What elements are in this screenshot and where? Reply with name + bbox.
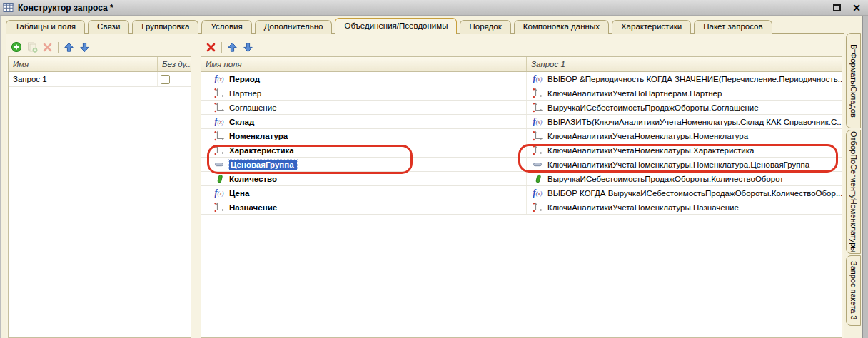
field-expression-text: ВЫБОР &Периодичность КОГДА ЗНАЧЕНИЕ(Пере…: [547, 75, 842, 83]
field-expression-text: КлючиАналитикиУчетаНоменклатуры.Характер…: [547, 146, 754, 155]
fields-toolbar: [205, 40, 254, 54]
queries-toolbar: [10, 40, 91, 54]
field-name-cell[interactable]: Назначение: [201, 200, 527, 214]
field-name-cell[interactable]: f(x) Склад: [201, 115, 527, 128]
side-tab[interactable]: Запрос пакета 3: [846, 255, 861, 326]
field-icon: [532, 88, 543, 98]
window-right-border: [862, 16, 868, 338]
title-bar: Конструктор запроса *: [0, 0, 868, 16]
field-expression-cell[interactable]: КлючиАналитикиУчетаНоменклатуры.Характер…: [527, 143, 842, 157]
field-name-text: Назначение: [229, 203, 277, 212]
field-expression-cell[interactable]: КлючиАналитикиУчетаНоменклатуры.Номенкла…: [527, 158, 842, 171]
field-row[interactable]: Соглашение ВыручкаИСебестоимостьПродажОб…: [201, 101, 842, 115]
add-icon[interactable]: [10, 41, 22, 53]
tab[interactable]: Таблицы и поля: [6, 20, 85, 34]
field-icon: [532, 130, 543, 141]
field-icon: [213, 145, 225, 155]
field-name-cell[interactable]: Характеристика: [201, 143, 527, 157]
field-expression-text: КлючиАналитикиУчетаНоменклатуры.Номенкла…: [547, 160, 809, 169]
side-tab[interactable]: ОтборПоСегментуНоменклатуры: [846, 130, 861, 254]
field-expression-cell[interactable]: КлючиАналитикиУчетаНоменклатуры.Номенкла…: [527, 129, 842, 143]
copy-add-icon[interactable]: [26, 41, 38, 53]
field-row[interactable]: f(x) Период f(x) ВЫБОР &Периодичность КО…: [201, 72, 842, 86]
field-expression-text: ВЫРАЗИТЬ(КлючиАналитикиУчетаНоменклатуры…: [547, 118, 842, 126]
field-expression-text: КлючиАналитикиУчетаПоПартнерам.Партнер: [547, 89, 722, 98]
field-expression-text: ВЫБОР КОГДА ВыручкаИСебестоимостьПродажО…: [547, 189, 842, 198]
no-duplicates-cell: [158, 75, 191, 84]
field-expression-cell[interactable]: f(x) ВЫБОР &Периодичность КОГДА ЗНАЧЕНИЕ…: [527, 72, 842, 86]
field-icon: [532, 202, 543, 212]
tab[interactable]: Группировка: [132, 20, 198, 34]
queries-table-header: Имя Без ду...: [9, 57, 191, 72]
field-expression-cell[interactable]: f(x) ВЫБОР КОГДА ВыручкаИСебестоимостьПр…: [527, 186, 842, 200]
field-name-cell[interactable]: Соглашение: [201, 101, 527, 114]
fields-table: Имя поля Запрос 1 f(x) Период f(x) ВЫБОР…: [201, 56, 842, 338]
separator: [221, 41, 223, 53]
field-name-text: Номенклатура: [229, 132, 288, 140]
field-name-cell[interactable]: Партнер: [201, 86, 527, 100]
move-down-icon[interactable]: [242, 41, 254, 53]
move-up-icon[interactable]: [63, 41, 75, 53]
fields-table-header: Имя поля Запрос 1: [201, 57, 842, 72]
field-row[interactable]: Номенклатура КлючиАналитикиУчетаНоменкла…: [201, 129, 842, 143]
field-name-cell[interactable]: Номенклатура: [201, 129, 527, 143]
field-expression-cell[interactable]: ВыручкаИСебестоимостьПродажОбороты.Согла…: [527, 101, 842, 114]
fx-icon: f(x): [213, 73, 225, 84]
field-name-cell[interactable]: f(x) Цена: [201, 186, 527, 200]
maximize-button[interactable]: [833, 4, 841, 11]
tab[interactable]: Связи: [88, 20, 129, 34]
move-up-icon[interactable]: [226, 41, 238, 53]
tab[interactable]: Дополнительно: [255, 20, 333, 34]
field-icon: [532, 102, 543, 113]
field-name-cell[interactable]: f(x) Период: [201, 72, 527, 86]
column-header-no-duplicates: Без ду...: [158, 57, 191, 71]
tab[interactable]: Порядок: [460, 20, 510, 34]
field-expression-text: ВыручкаИСебестоимостьПродажОбороты.Колич…: [547, 175, 784, 183]
field-expression-cell[interactable]: КлючиАналитикиУчетаНоменклатуры.Назначен…: [527, 200, 842, 214]
field-row[interactable]: Количество ВыручкаИСебестоимостьПродажОб…: [201, 172, 842, 186]
tab[interactable]: Компоновка данных: [514, 20, 609, 34]
fx-icon: f(x): [532, 116, 543, 127]
dash-icon: [213, 159, 225, 170]
fx-icon: f(x): [213, 188, 225, 198]
tab[interactable]: Характеристики: [612, 20, 691, 34]
resource-icon: [213, 173, 225, 184]
field-expression-text: ВыручкаИСебестоимостьПродажОбороты.Согла…: [547, 103, 759, 112]
tab[interactable]: Условия: [201, 20, 251, 34]
field-name-text: Цена: [229, 189, 249, 198]
field-name-text: Количество: [229, 175, 277, 183]
field-expression-cell[interactable]: f(x) ВЫРАЗИТЬ(КлючиАналитикиУчетаНоменкл…: [527, 115, 842, 128]
move-down-icon[interactable]: [79, 41, 91, 53]
field-row[interactable]: Партнер КлючиАналитикиУчетаПоПартнерам.П…: [201, 86, 842, 101]
field-icon: [213, 88, 225, 98]
field-name-text: ЦеноваяГруппа: [229, 160, 297, 170]
field-row[interactable]: f(x) Склад f(x) ВЫРАЗИТЬ(КлючиАналитикиУ…: [201, 115, 842, 129]
field-expression-cell[interactable]: ВыручкаИСебестоимостьПродажОбороты.Колич…: [527, 172, 842, 185]
side-tab[interactable]: ВтФорматыСкладов: [846, 33, 861, 128]
fx-icon: f(x): [213, 116, 225, 127]
field-name-text: Характеристика: [229, 146, 294, 155]
no-duplicates-checkbox[interactable]: [161, 75, 170, 84]
query-builder-app-icon: [3, 2, 14, 13]
delete-icon[interactable]: [41, 41, 54, 53]
field-name-text: Склад: [229, 118, 254, 126]
field-name-cell[interactable]: ЦеноваяГруппа: [201, 158, 527, 171]
fields-table-body: f(x) Период f(x) ВЫБОР &Периодичность КО…: [201, 72, 842, 215]
query-name-cell[interactable]: Запрос 1: [9, 72, 158, 86]
field-row[interactable]: Назначение КлючиАналитикиУчетаНоменклату…: [201, 200, 842, 215]
query-row[interactable]: Запрос 1: [9, 72, 191, 87]
field-row[interactable]: f(x) Цена f(x) ВЫБОР КОГДА ВыручкаИСебес…: [201, 186, 842, 200]
field-icon: [213, 202, 225, 212]
close-button[interactable]: ✕: [852, 3, 861, 13]
delete-icon[interactable]: [205, 41, 217, 53]
field-row[interactable]: ЦеноваяГруппа КлючиАналитикиУчетаНоменкл…: [201, 158, 842, 172]
field-row[interactable]: Характеристика КлючиАналитикиУчетаНоменк…: [201, 143, 842, 158]
tab[interactable]: Пакет запросов: [694, 20, 772, 34]
field-expression-cell[interactable]: КлючиАналитикиУчетаПоПартнерам.Партнер: [527, 86, 842, 100]
column-header-query1: Запрос 1: [527, 57, 842, 71]
tab[interactable]: Объединения/Псевдонимы: [335, 18, 457, 34]
field-expression-text: КлючиАналитикиУчетаНоменклатуры.Номенкла…: [547, 132, 748, 140]
field-icon: [213, 102, 225, 113]
separator: [57, 41, 59, 53]
field-name-cell[interactable]: Количество: [201, 172, 527, 185]
